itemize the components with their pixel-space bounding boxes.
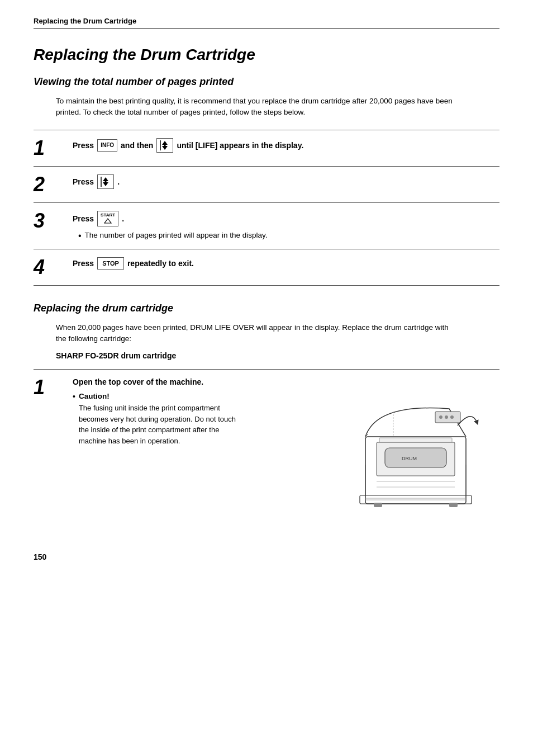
step4-suffix: repeatedly to exit. — [127, 259, 194, 268]
arrow-key-1[interactable] — [156, 138, 173, 153]
caution-inner: Caution! The fusing unit inside the prin… — [79, 392, 246, 446]
section2-step1-row: 1 Open the top cover of the machine. Cau… — [34, 369, 499, 530]
svg-point-17 — [450, 415, 454, 419]
step3-suffix: . — [122, 214, 124, 223]
svg-marker-4 — [103, 177, 108, 181]
section2-step1-caution: Caution! The fusing unit inside the prin… — [73, 392, 337, 522]
caution-label: Caution! — [79, 392, 246, 400]
section2-step1-content: Open the top cover of the machine. Cauti… — [67, 370, 499, 530]
section2-intro: When 20,000 pages have been printed, DRU… — [56, 322, 458, 345]
stop-key[interactable]: STOP — [97, 257, 124, 270]
step1-content: Press INFO and then until [LIFE] appears… — [67, 130, 499, 166]
step1-suffix: until [LIFE] appears in the display. — [177, 141, 303, 150]
step1-and-then: and then — [121, 141, 153, 150]
start-key[interactable]: START — [97, 211, 118, 226]
svg-marker-8 — [104, 219, 111, 223]
step4-main: Press STOP repeatedly to exit. — [73, 257, 494, 270]
info-key[interactable]: INFO — [97, 139, 117, 152]
step3-bullet: The number of pages printed will appear … — [78, 231, 494, 241]
sharp-model: SHARP FO-25DR drum cartridge — [56, 351, 499, 360]
svg-rect-5 — [105, 181, 107, 182]
svg-rect-24 — [449, 503, 458, 507]
svg-text:DRUM: DRUM — [402, 456, 417, 461]
section1-title: Viewing the total number of pages printe… — [34, 76, 499, 88]
section2-step1-number: 1 — [34, 370, 67, 530]
step3-content: Press START . The number of pages printe… — [67, 202, 499, 249]
step2-suffix: . — [117, 177, 120, 186]
step2-number: 2 — [34, 166, 67, 202]
caution-block: Caution! The fusing unit inside the prin… — [73, 392, 337, 446]
step2-content: Press . — [67, 166, 499, 202]
steps-table-section1: 1 Press INFO and then until [LIFE] appea… — [34, 130, 499, 286]
machine-svg: DRUM — [349, 392, 488, 521]
section2-step1-body: Caution! The fusing unit inside the prin… — [73, 392, 494, 522]
svg-point-15 — [439, 415, 442, 419]
step3-press-label: Press — [73, 214, 94, 223]
svg-marker-2 — [162, 146, 168, 150]
page-header: Replacing the Drum Cartridge — [34, 17, 499, 29]
svg-point-16 — [445, 415, 448, 419]
step3-row: 3 Press START . The number of pages prin… — [34, 202, 499, 249]
step1-row: 1 Press INFO and then until [LIFE] appea… — [34, 130, 499, 166]
svg-rect-11 — [360, 495, 472, 504]
step1-press-label: Press — [73, 141, 94, 150]
step4-number: 4 — [34, 249, 67, 285]
page-header-text: Replacing the Drum Cartridge — [34, 17, 136, 25]
step4-row: 4 Press STOP repeatedly to exit. — [34, 249, 499, 285]
main-title: Replacing the Drum Cartridge — [34, 46, 499, 64]
step1-main: Press INFO and then until [LIFE] appears… — [73, 138, 494, 153]
step1-number: 1 — [34, 130, 67, 166]
section1-intro: To maintain the best printing quality, i… — [56, 96, 458, 119]
svg-rect-20 — [379, 438, 452, 442]
step4-content: Press STOP repeatedly to exit. — [67, 249, 499, 285]
page-number: 150 — [34, 552, 499, 561]
step3-main: Press START . — [73, 211, 494, 226]
step4-press-label: Press — [73, 259, 94, 268]
step2-main: Press . — [73, 174, 494, 189]
machine-image: DRUM — [349, 392, 494, 522]
caution-text: The fusing unit inside the print compart… — [79, 403, 246, 446]
step3-number: 3 — [34, 202, 67, 249]
svg-rect-1 — [164, 145, 166, 146]
section2-step1-bold: Open the top cover of the machine. — [73, 377, 494, 386]
svg-marker-0 — [162, 141, 168, 145]
svg-rect-23 — [374, 503, 382, 507]
step2-press-label: Press — [73, 177, 94, 186]
step2-row: 2 Press . — [34, 166, 499, 202]
arrow-key-2[interactable] — [97, 174, 114, 189]
svg-marker-6 — [103, 182, 108, 186]
section2-title: Replacing the drum cartridge — [34, 303, 499, 314]
